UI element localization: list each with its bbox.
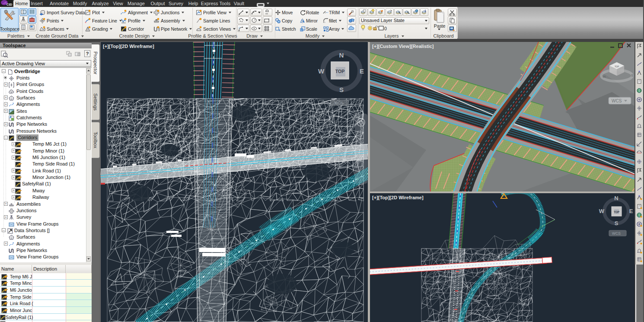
svg-text:TOP: TOP bbox=[335, 69, 344, 74]
svg-text:E: E bbox=[360, 67, 364, 75]
svg-text:N: N bbox=[339, 51, 344, 59]
svg-text:W: W bbox=[318, 67, 325, 75]
svg-text:N: N bbox=[614, 195, 618, 201]
svg-text:W: W bbox=[599, 208, 605, 214]
svg-text:S: S bbox=[631, 73, 633, 77]
svg-text:S: S bbox=[339, 86, 344, 93]
svg-text:WCS: WCS bbox=[612, 231, 621, 236]
svg-text:WCS: WCS bbox=[335, 101, 343, 105]
svg-text:C3D: C3D bbox=[6, 3, 12, 6]
svg-text:E: E bbox=[629, 208, 633, 214]
svg-text:W: W bbox=[603, 75, 606, 79]
svg-text:TOP: TOP bbox=[614, 210, 620, 214]
svg-text:S: S bbox=[615, 220, 618, 226]
svg-text:TOP: TOP bbox=[615, 65, 619, 68]
svg-text:WCS: WCS bbox=[612, 99, 622, 103]
